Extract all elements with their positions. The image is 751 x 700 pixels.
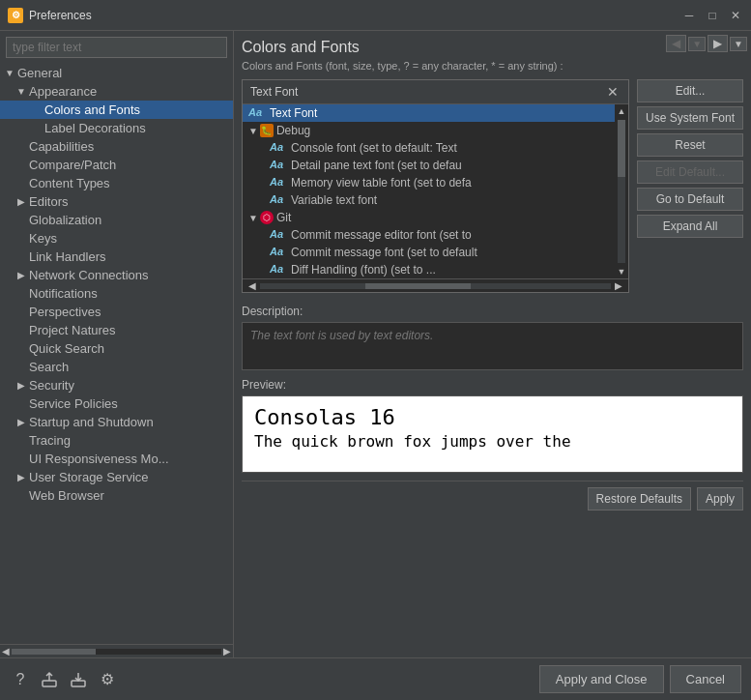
font-item-debug[interactable]: ▼ 🐛 Debug [243,122,615,139]
preview-text-line2: The quick brown fox jumps over the [254,432,731,452]
sidebar-item-startup-shutdown[interactable]: ▶ Startup and Shutdown [0,413,233,431]
sidebar-item-perspectives[interactable]: Perspectives [0,303,233,321]
sidebar-item-project-natures[interactable]: Project Natures [0,321,233,339]
expand-icon-security: ▶ [15,380,27,392]
sidebar-item-label: Capabilities [29,139,94,154]
back-dropdown[interactable]: ▼ [688,37,706,51]
spacer-icon [15,362,27,373]
sidebar-item-search[interactable]: Search [0,358,233,376]
forward-dropdown[interactable]: ▼ [730,37,747,51]
restore-defaults-button[interactable]: Restore Defaults [588,487,691,510]
sidebar-item-web-browser[interactable]: Web Browser [0,486,233,505]
sidebar-hscrollbar[interactable]: ◀ ▶ [0,644,233,657]
vscroll-up-button[interactable]: ▲ [618,104,626,118]
font-tree-hscroll[interactable]: ◀ ▶ [243,278,628,292]
settings-button[interactable]: ⚙ [97,669,118,690]
font-item-label: Commit message font (set to default [291,246,477,259]
expand-icon-user-storage: ▶ [15,472,27,483]
export-button[interactable] [39,669,60,690]
back-button[interactable]: ◀ [666,35,686,52]
tree-area[interactable]: ▼ General ▼ Appearance Colors and Fonts … [0,64,233,644]
sidebar-item-general[interactable]: ▼ General [0,64,233,82]
spacer-icon [15,251,27,263]
sidebar-item-quick-search[interactable]: Quick Search [0,339,233,358]
sidebar-scroll-thumb [12,649,96,655]
sidebar-item-capabilities[interactable]: Capabilities [0,137,233,156]
font-filter-dialog: Text Font ✕ Aa Text Font ▼ [242,79,629,293]
sidebar-item-keys[interactable]: Keys [0,229,233,248]
expand-all-button[interactable]: Expand All [637,215,743,238]
preview-box: Consolas 16 The quick brown fox jumps ov… [242,395,743,473]
hscroll-right-button[interactable]: ▶ [613,280,624,291]
font-item-git[interactable]: ▼ ⬡ Git [243,209,615,226]
font-item-variable-text[interactable]: Aa Variable text font [243,191,615,209]
spacer-icon [15,233,27,245]
sidebar-item-service-policies[interactable]: Service Policies [0,394,233,413]
edit-button[interactable]: Edit... [637,79,743,102]
reset-button[interactable]: Reset [637,133,743,157]
sidebar-item-label: User Storage Service [29,470,149,484]
sidebar-item-notifications[interactable]: Notifications [0,284,233,303]
filter-input[interactable] [6,37,227,58]
font-dialog-layout: Text Font ✕ Aa Text Font ▼ [242,79,743,297]
use-system-font-button[interactable]: Use System Font [637,106,743,130]
font-item-diff-handling[interactable]: Aa Diff Handling (font) (set to ... [243,261,615,278]
font-item-commit-font[interactable]: Aa Commit message font (set to default [243,244,615,261]
sidebar-item-label: Compare/Patch [29,158,116,172]
sidebar-item-compare-patch[interactable]: Compare/Patch [0,156,233,174]
font-item-console[interactable]: Aa Console font (set to default: Text [243,139,615,157]
font-item-memory-view[interactable]: Aa Memory view table font (set to defa [243,174,615,191]
sidebar-item-link-handlers[interactable]: Link Handlers [0,248,233,266]
font-type-icon: Aa [270,159,287,172]
sidebar-item-label: Perspectives [29,305,101,319]
font-tree[interactable]: Aa Text Font ▼ 🐛 Debug Aa [243,104,615,278]
spacer-icon [15,215,27,226]
sidebar-item-label: Notifications [29,286,98,301]
sidebar-item-appearance[interactable]: ▼ Appearance [0,82,233,101]
svg-rect-0 [43,681,56,686]
sidebar-item-label: Globalization [29,213,101,227]
sidebar-item-label-decorations[interactable]: Label Decorations [0,119,233,137]
apply-and-close-button[interactable]: Apply and Close [539,665,664,693]
expand-icon: ▼ [248,213,258,223]
go-to-default-button[interactable]: Go to Default [637,188,743,211]
vscroll-down-button[interactable]: ▼ [618,265,626,278]
font-type-icon: Aa [270,228,287,242]
nav-arrows[interactable]: ◀ ▼ ▶ ▼ [666,35,747,52]
spacer-icon [15,141,27,153]
font-item-commit-editor[interactable]: Aa Commit message editor font (set to [243,226,615,244]
window-controls[interactable]: ─ □ ✕ [681,8,743,23]
font-item-text-font[interactable]: Aa Text Font [243,104,615,122]
close-button[interactable]: ✕ [728,8,743,23]
sidebar-item-user-storage[interactable]: ▶ User Storage Service [0,468,233,486]
sidebar-item-ui-responsiveness[interactable]: UI Responsiveness Mo... [0,450,233,468]
sidebar: ▼ General ▼ Appearance Colors and Fonts … [0,31,234,657]
hscroll-left-button[interactable]: ◀ [246,280,258,291]
help-button[interactable]: ? [10,669,31,690]
sidebar-item-colors-fonts[interactable]: Colors and Fonts [0,101,233,119]
sidebar-item-tracing[interactable]: Tracing [0,431,233,450]
sidebar-scroll-right[interactable]: ▶ [223,646,231,656]
sidebar-scroll-left[interactable]: ◀ [2,646,10,656]
font-item-detail-pane[interactable]: Aa Detail pane text font (set to defau [243,157,615,174]
apply-button[interactable]: Apply [697,487,743,510]
sidebar-item-network-connections[interactable]: ▶ Network Connections [0,266,233,284]
expand-icon-editors: ▶ [15,196,27,208]
font-item-label: Diff Handling (font) (set to ... [291,263,436,277]
font-tree-vscroll[interactable]: ▲ ▼ [615,104,628,278]
font-type-icon: Aa [270,193,287,207]
sidebar-item-editors[interactable]: ▶ Editors [0,192,233,211]
minimize-button[interactable]: ─ [681,8,697,23]
font-filter-close-button[interactable]: ✕ [605,84,621,100]
forward-button[interactable]: ▶ [708,35,728,52]
sidebar-item-content-types[interactable]: Content Types [0,174,233,192]
sidebar-item-label: Editors [29,194,68,209]
expand-icon-general: ▼ [4,68,15,79]
sidebar-item-globalization[interactable]: Globalization [0,211,233,229]
maximize-button[interactable]: □ [705,8,720,23]
cancel-button[interactable]: Cancel [670,665,741,693]
edit-default-button[interactable]: Edit Default... [637,160,743,184]
import-button[interactable] [68,669,89,690]
spacer-icon [15,325,27,336]
sidebar-item-security[interactable]: ▶ Security [0,376,233,394]
